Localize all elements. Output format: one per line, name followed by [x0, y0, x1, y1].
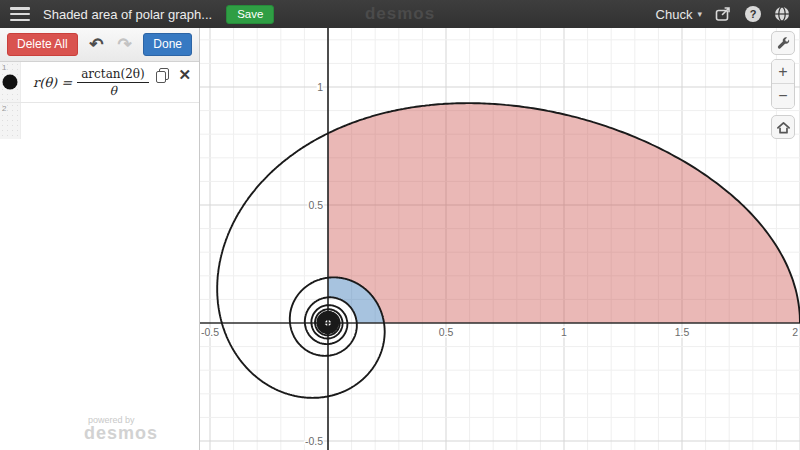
axis-tick-label: 2 [792, 326, 798, 338]
top-bar-right: Chuck ▾ ? [656, 6, 800, 22]
row-number: 1 [2, 63, 6, 72]
fraction-denominator: θ [77, 83, 149, 98]
equation: r(θ) = arctan(2θ) θ [33, 67, 149, 98]
axis-tick-label: 1 [561, 326, 567, 338]
expression-row-1[interactable]: 1 r(θ) = arctan(2θ) θ ✕ [0, 62, 199, 103]
expression-panel: Delete All ↶ ↷ Done 1 r(θ) = arctan(2θ) … [0, 28, 200, 450]
empty-expression-field[interactable] [21, 103, 199, 139]
undo-redo-group: ↶ ↷ [78, 36, 144, 53]
save-button[interactable]: Save [226, 5, 274, 24]
expression-panel-header: Delete All ↶ ↷ Done [0, 28, 199, 62]
axis-tick-label: -0.5 [201, 326, 219, 338]
share-icon[interactable] [715, 6, 732, 22]
wrench-icon [776, 36, 791, 51]
delete-all-button[interactable]: Delete All [7, 33, 78, 56]
menu-icon[interactable] [10, 7, 30, 21]
expression-row-2[interactable]: 2 [0, 103, 199, 139]
close-icon[interactable]: ✕ [178, 67, 191, 82]
graph-area: -0.50.511.5210.5-0.5 + − [200, 28, 800, 450]
chevron-down-icon: ▾ [697, 9, 702, 19]
row-number: 2 [2, 104, 6, 113]
axis-tick-label: 0.5 [439, 326, 454, 338]
duplicate-icon[interactable] [156, 68, 168, 82]
powered-by-desmos: powered by desmos [84, 415, 158, 444]
help-icon[interactable]: ? [745, 6, 761, 22]
done-button[interactable]: Done [143, 33, 192, 56]
axis-tick-label: -0.5 [305, 435, 323, 447]
watermark-logo: desmos [84, 423, 158, 444]
zoom-controls: + − [771, 59, 795, 109]
curve-style-toggle[interactable] [3, 75, 18, 90]
equation-fraction: arctan(2θ) θ [77, 67, 149, 98]
home-button[interactable] [771, 115, 795, 139]
axis-tick-label: 1 [317, 81, 323, 93]
globe-icon[interactable] [774, 6, 790, 22]
equation-lhs: r(θ) = [33, 75, 72, 90]
row-actions: ✕ [156, 67, 191, 82]
expression-gutter: 2 [0, 103, 21, 139]
home-icon [776, 120, 791, 135]
undo-icon[interactable]: ↶ [89, 36, 103, 53]
axis-tick-label: 1.5 [675, 326, 690, 338]
top-bar: desmos Shaded area of polar graph... Sav… [0, 0, 800, 28]
graph-canvas[interactable]: -0.50.511.5210.5-0.5 [200, 28, 800, 450]
redo-icon[interactable]: ↷ [118, 36, 132, 53]
account-menu[interactable]: Chuck ▾ [656, 7, 702, 22]
user-name: Chuck [656, 7, 693, 22]
desmos-app: desmos Shaded area of polar graph... Sav… [0, 0, 800, 450]
graph-title[interactable]: Shaded area of polar graph... [43, 7, 212, 22]
expression-gutter: 1 [0, 62, 21, 102]
graph-settings-button[interactable] [771, 31, 795, 55]
graph-tools: + − [771, 31, 795, 139]
zoom-in-button[interactable]: + [772, 60, 794, 84]
axis-tick-label: 0.5 [308, 199, 323, 211]
zoom-out-button[interactable]: − [772, 84, 794, 108]
fraction-numerator: arctan(2θ) [77, 67, 149, 83]
